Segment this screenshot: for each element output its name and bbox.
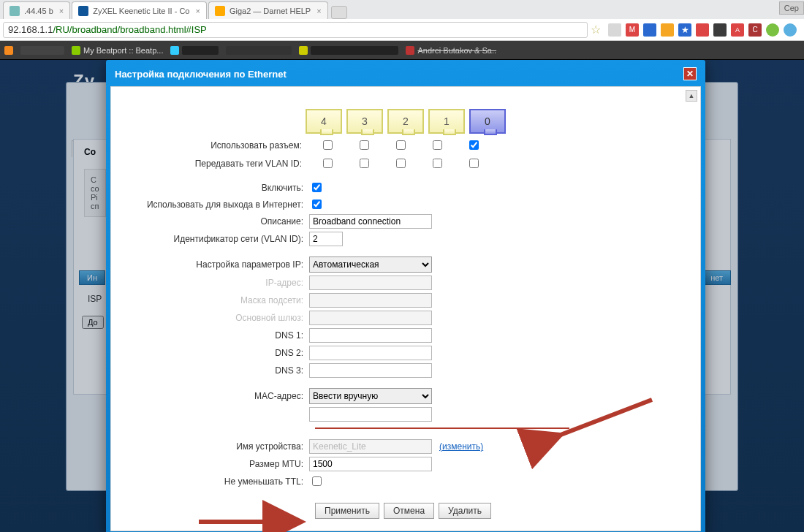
truncated-ui: Сер (779, 1, 804, 15)
gateway-input (309, 311, 432, 325)
favicon (215, 6, 225, 16)
browser-tab[interactable]: .44.45 b × (3, 1, 70, 19)
bookmark[interactable] (170, 46, 219, 55)
enable-label: Включить: (123, 183, 309, 193)
bookmark[interactable] (20, 46, 64, 55)
port-checkbox-grid: Использовать разъем: Передавать теги VLA… (123, 138, 689, 170)
ext-icon[interactable] (766, 23, 779, 37)
apply-button[interactable]: Применить (315, 503, 379, 519)
dns3-input[interactable] (309, 363, 432, 378)
url-host: 92.168.1.1 (8, 24, 53, 35)
cancel-button[interactable]: Отмена (384, 503, 434, 519)
dns1-label: DNS 1: (123, 330, 309, 341)
use-port-3-checkbox[interactable] (360, 140, 369, 150)
vlan-3-checkbox[interactable] (360, 159, 369, 168)
ext-icon[interactable] (696, 23, 709, 37)
port-2[interactable]: 2 (387, 109, 424, 134)
bookmark[interactable]: Andrei Butakov & Sa.. (406, 46, 496, 55)
vlan-2-checkbox[interactable] (396, 159, 406, 168)
browser-tab[interactable]: Giga2 — Darnet HELP × (208, 1, 328, 19)
bookmark-icon (226, 46, 292, 55)
bookmark-star-icon[interactable]: ☆ (588, 23, 604, 37)
dns2-input[interactable] (309, 346, 432, 360)
close-icon[interactable]: × (59, 7, 64, 15)
devname-label: Имя устройства: (123, 441, 309, 452)
close-icon[interactable]: × (316, 7, 321, 15)
bookmark-icon (20, 46, 64, 55)
connection-form: Включить: Использовать для выхода в Инте… (123, 180, 689, 519)
vlanid-label: Идентификатор сети (VLAN ID): (123, 234, 309, 244)
inet-label: Использовать для выхода в Интернет: (123, 200, 309, 210)
mtu-label: Размер MTU: (123, 459, 309, 469)
ttl-label: Не уменьшать TTL: (123, 476, 309, 487)
close-icon[interactable]: × (195, 7, 200, 15)
mask-input (309, 293, 432, 308)
vlan-4-checkbox[interactable] (323, 159, 333, 168)
ext-icon[interactable] (784, 23, 797, 37)
browser-tab[interactable]: ZyXEL Keenetic Lite II - Co × (72, 1, 207, 19)
delete-button[interactable]: Удалить (439, 503, 491, 519)
bookmark[interactable]: My Beatport :: Beatp... (72, 46, 163, 55)
port-0[interactable]: 0 (469, 109, 506, 134)
ipaddr-input (309, 276, 432, 290)
mac-select[interactable]: Ввести вручную (309, 388, 432, 404)
port-1[interactable]: 1 (428, 109, 465, 134)
address-bar-row: 92.168.1.1/RU/broadband/broadband.html#I… (0, 19, 804, 41)
vlan-0-checkbox[interactable] (469, 159, 479, 168)
ext-icon[interactable] (661, 23, 674, 37)
inet-checkbox[interactable] (312, 200, 322, 209)
mac-label: MAC-адрес: (123, 391, 309, 401)
port-4[interactable]: 4 (306, 109, 342, 134)
port-selector: 4 3 2 1 0 (123, 109, 689, 134)
ext-icon[interactable]: C (748, 23, 762, 37)
bookmark-icon (406, 46, 414, 55)
ext-icon[interactable]: M (626, 23, 639, 37)
description-input[interactable] (309, 214, 432, 229)
vlan-tags-label: Передавать теги VLAN ID: (123, 159, 309, 169)
mac-input[interactable] (309, 407, 432, 422)
dns1-input[interactable] (309, 328, 432, 343)
port-3[interactable]: 3 (346, 109, 383, 134)
ext-icon[interactable] (608, 23, 621, 37)
ip-settings-select[interactable]: Автоматическая (309, 256, 432, 273)
vlan-1-checkbox[interactable] (433, 159, 442, 168)
ext-icon[interactable]: ★ (678, 23, 691, 37)
mask-label: Маска подсети: (123, 295, 309, 305)
mtu-input[interactable] (309, 457, 432, 471)
ext-icon[interactable] (713, 23, 727, 37)
ip-settings-label: Настройка параметров IP: (123, 259, 309, 270)
use-port-0-checkbox[interactable] (469, 140, 479, 150)
dialog-header: Настройка подключения по Ethernet ✕ (110, 64, 701, 86)
ext-icon[interactable] (643, 23, 656, 37)
dns2-label: DNS 2: (123, 348, 309, 358)
bookmark-label (311, 46, 398, 55)
bookmark[interactable] (4, 46, 13, 55)
new-tab-button[interactable] (331, 6, 347, 19)
dialog-title: Настройка подключения по Ethernet (115, 69, 287, 80)
tab-title: Giga2 — Darnet HELP (230, 7, 311, 15)
use-port-label: Использовать разъем: (123, 140, 309, 151)
vlanid-input[interactable] (309, 232, 343, 246)
ttl-checkbox[interactable] (312, 476, 322, 486)
tab-title: ZyXEL Keenetic Lite II - Co (93, 7, 189, 15)
use-port-1-checkbox[interactable] (433, 140, 442, 150)
extension-icons: M ★ A C (604, 23, 801, 37)
address-bar[interactable]: 92.168.1.1/RU/broadband/broadband.html#I… (3, 22, 588, 38)
bookmark-icon (299, 46, 308, 55)
ethernet-dialog: Настройка подключения по Ethernet ✕ ▲ 4 … (106, 60, 705, 532)
bookmark[interactable] (299, 46, 398, 55)
annotation-underline (315, 425, 569, 429)
bookmark[interactable] (226, 46, 292, 55)
use-port-2-checkbox[interactable] (396, 140, 406, 150)
close-icon[interactable]: ✕ (683, 67, 697, 80)
bookmark-label: My Beatport :: Beatp... (83, 46, 163, 55)
bookmark-icon (170, 46, 179, 55)
devname-change-link[interactable]: (изменить) (439, 441, 483, 452)
dns3-label: DNS 3: (123, 365, 309, 376)
dialog-body: ▲ 4 3 2 1 0 Использовать разъем: Передав… (110, 86, 701, 531)
scroll-up-icon[interactable]: ▲ (686, 90, 697, 102)
use-port-4-checkbox[interactable] (323, 140, 333, 150)
ext-icon[interactable]: A (731, 23, 744, 37)
bookmarks-bar: My Beatport :: Beatp... Andrei Butakov &… (0, 41, 804, 60)
enable-checkbox[interactable] (312, 183, 322, 192)
